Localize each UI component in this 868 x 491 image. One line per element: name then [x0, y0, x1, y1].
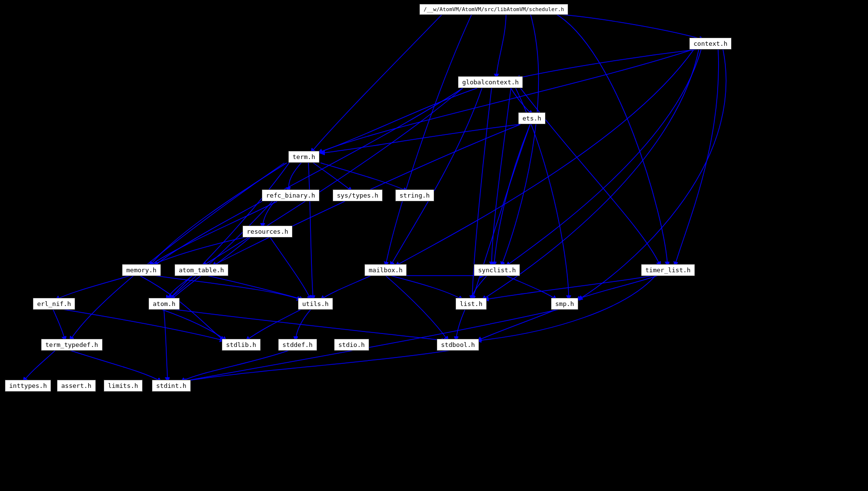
stdio-h-node: stdio.h: [334, 339, 369, 351]
stdbool-h-node: stdbool.h: [437, 339, 479, 351]
globalcontext-h-node: globalcontext.h: [458, 76, 523, 88]
refc-binary-h-node: refc_binary.h: [262, 189, 320, 201]
resources-h-node: resources.h: [242, 226, 293, 238]
mailbox-h-node: mailbox.h: [364, 264, 407, 276]
sys-types-h-node: sys/types.h: [333, 189, 383, 201]
limits-h-node: limits.h: [104, 380, 143, 392]
ets-h-node: ets.h: [518, 112, 546, 124]
utils-h-node: utils.h: [298, 298, 333, 310]
assert-h-node: assert.h: [57, 380, 96, 392]
context-h-node: context.h: [689, 38, 732, 50]
stdint-h-node: stdint.h: [152, 380, 191, 392]
erl-nif-h-node: erl_nif.h: [33, 298, 75, 310]
term-typedef-h-node: term_typedef.h: [41, 339, 103, 351]
scheduler-h-node: /__w/AtomVM/AtomVM/src/libAtomVM/schedul…: [419, 4, 568, 15]
list-h-node: list.h: [455, 298, 487, 310]
memory-h-node: memory.h: [122, 264, 161, 276]
synclist-h-node: synclist.h: [474, 264, 520, 276]
atom-table-h-node: atom_table.h: [174, 264, 228, 276]
inttypes-h-node: inttypes.h: [5, 380, 51, 392]
stddef-h-node: stddef.h: [278, 339, 317, 351]
smp-h-node: smp.h: [551, 298, 578, 310]
timer-list-h-node: timer_list.h: [641, 264, 695, 276]
string-h-node: string.h: [395, 189, 434, 201]
term-h-node: term.h: [288, 151, 320, 163]
stdlib-h-node: stdlib.h: [222, 339, 261, 351]
atom-h-node: atom.h: [148, 298, 180, 310]
